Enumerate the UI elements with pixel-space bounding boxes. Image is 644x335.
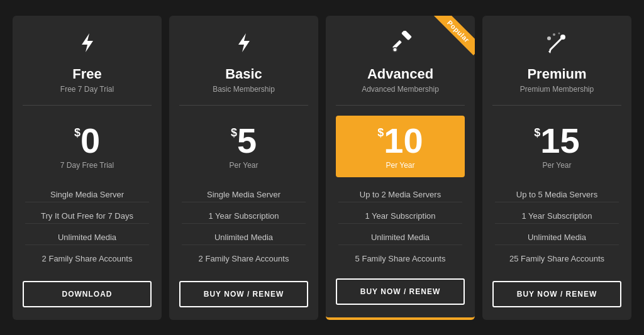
price-value: $ 15 bbox=[534, 123, 579, 158]
feature-item-2: Unlimited Media bbox=[182, 230, 306, 245]
feature-item-2: Unlimited Media bbox=[338, 230, 462, 245]
plan-subtitle: Basic Membership bbox=[213, 85, 275, 94]
plan-name: Advanced bbox=[367, 66, 433, 82]
svg-point-6 bbox=[547, 36, 551, 40]
basic-icon bbox=[232, 31, 256, 60]
price-dollar: $ bbox=[231, 127, 237, 138]
features-list: Up to 5 Media Servers1 Year Subscription… bbox=[492, 187, 621, 268]
premium-icon bbox=[545, 31, 569, 60]
feature-item-2: Unlimited Media bbox=[495, 230, 619, 245]
price-value: $ 5 bbox=[231, 123, 257, 158]
price-dollar: $ bbox=[74, 127, 80, 138]
plan-action-button[interactable]: DOWNLOAD bbox=[23, 281, 152, 307]
feature-item-0: Single Media Server bbox=[182, 187, 306, 202]
price-box: $ 5 Per Year bbox=[179, 116, 308, 177]
price-period: 7 Day Free Trial bbox=[60, 161, 114, 170]
price-box: $ 0 7 Day Free Trial bbox=[23, 116, 152, 177]
plan-card-free: Free Free 7 Day Trial $ 0 7 Day Free Tri… bbox=[13, 16, 162, 320]
svg-rect-1 bbox=[401, 31, 412, 40]
price-dollar: $ bbox=[377, 127, 384, 138]
plan-subtitle: Advanced Membership bbox=[362, 85, 439, 94]
price-number: 0 bbox=[80, 123, 100, 158]
free-icon bbox=[75, 31, 99, 60]
plan-action-button[interactable]: BUY NOW / RENEW bbox=[492, 281, 621, 307]
price-number: 15 bbox=[540, 123, 579, 158]
svg-line-4 bbox=[550, 38, 562, 50]
price-period: Per Year bbox=[386, 161, 414, 170]
price-number: 10 bbox=[384, 123, 423, 158]
price-box: $ 15 Per Year bbox=[492, 116, 621, 177]
plan-card-basic: Basic Basic Membership $ 5 Per Year Sing… bbox=[169, 16, 318, 320]
price-box: $ 10 Per Year bbox=[336, 116, 465, 177]
features-list: Single Media ServerTry It Out Free for 7… bbox=[23, 187, 152, 268]
svg-point-8 bbox=[558, 32, 560, 34]
svg-point-7 bbox=[553, 33, 555, 36]
divider bbox=[179, 105, 308, 106]
features-list: Single Media Server1 Year SubscriptionUn… bbox=[179, 187, 308, 268]
feature-item-0: Up to 5 Media Servers bbox=[495, 187, 619, 202]
advanced-icon bbox=[389, 31, 413, 60]
feature-item-1: 1 Year Subscription bbox=[338, 209, 462, 224]
plan-subtitle: Premium Membership bbox=[520, 85, 594, 94]
plan-subtitle: Free 7 Day Trial bbox=[60, 85, 114, 94]
plan-name: Basic bbox=[225, 66, 262, 82]
plan-action-button[interactable]: BUY NOW / RENEW bbox=[336, 278, 465, 305]
feature-item-1: 1 Year Subscription bbox=[495, 209, 619, 224]
plan-action-button[interactable]: BUY NOW / RENEW bbox=[179, 281, 308, 307]
divider bbox=[23, 105, 152, 106]
plan-name: Free bbox=[72, 66, 101, 82]
price-period: Per Year bbox=[542, 161, 571, 170]
plan-card-advanced: Popular Advanced Advanced Membership $ 1… bbox=[326, 16, 475, 320]
feature-item-3: 2 Family Share Accounts bbox=[182, 251, 306, 266]
feature-item-3: 5 Family Share Accounts bbox=[338, 251, 462, 266]
svg-point-3 bbox=[393, 48, 396, 51]
price-period: Per Year bbox=[229, 161, 258, 170]
popular-badge: Popular bbox=[433, 16, 475, 55]
pricing-container: Free Free 7 Day Trial $ 0 7 Day Free Tri… bbox=[13, 16, 631, 320]
feature-item-1: Try It Out Free for 7 Days bbox=[25, 209, 149, 224]
plan-card-premium: Premium Premium Membership $ 15 Per Year… bbox=[482, 16, 631, 320]
divider bbox=[336, 105, 465, 106]
feature-item-2: Unlimited Media bbox=[25, 230, 149, 245]
price-dollar: $ bbox=[534, 127, 540, 138]
price-value: $ 10 bbox=[377, 123, 423, 158]
feature-item-0: Single Media Server bbox=[25, 187, 149, 202]
plan-name: Premium bbox=[527, 66, 586, 82]
feature-item-3: 2 Family Share Accounts bbox=[25, 251, 149, 266]
feature-item-0: Up to 2 Media Servers bbox=[338, 187, 462, 202]
price-number: 5 bbox=[237, 123, 257, 158]
price-value: $ 0 bbox=[74, 123, 100, 158]
svg-point-5 bbox=[560, 35, 565, 40]
divider bbox=[492, 105, 621, 106]
features-list: Up to 2 Media Servers1 Year Subscription… bbox=[336, 187, 465, 266]
feature-item-1: 1 Year Subscription bbox=[182, 209, 306, 224]
feature-item-3: 25 Family Share Accounts bbox=[495, 251, 619, 266]
